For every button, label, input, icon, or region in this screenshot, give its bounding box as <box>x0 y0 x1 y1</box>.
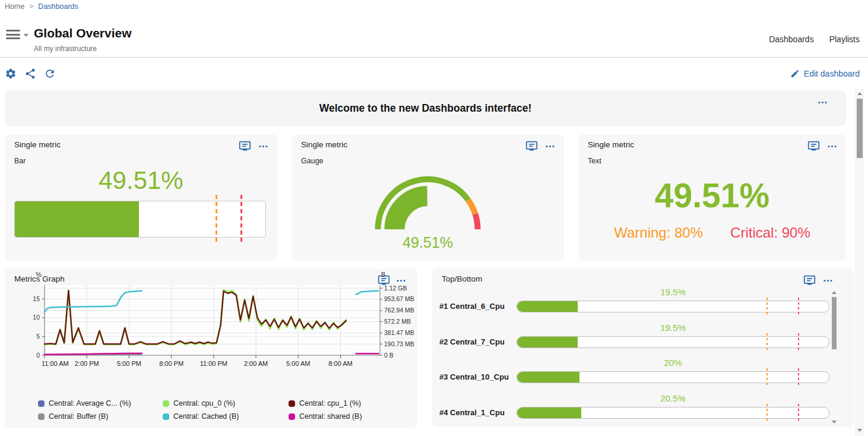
svg-text:%: % <box>36 271 42 278</box>
warning-threshold-label: Warning: 80% <box>614 225 703 241</box>
topbottom-value-label: 19.5% <box>517 287 829 297</box>
bar-value-label: 49.51% <box>5 166 277 195</box>
breadcrumb-dashboards-link[interactable]: Dashboards <box>38 2 78 11</box>
topbottom-row: 19.5%#1 Central_6_Cpu <box>432 286 854 322</box>
critical-threshold-line <box>798 404 799 422</box>
svg-text:1.12 GB: 1.12 GB <box>384 285 407 292</box>
svg-text:8:00 AM: 8:00 AM <box>328 360 352 367</box>
panel-title: Single metric <box>14 140 61 149</box>
legend-marker <box>38 400 45 407</box>
breadcrumb: Home > Dashboards <box>5 2 78 11</box>
legend-label: Central: shared (B) <box>299 412 362 421</box>
svg-text:2:00 PM: 2:00 PM <box>75 360 99 367</box>
display-icon[interactable] <box>239 140 251 152</box>
legend-item[interactable]: Central: shared (B) <box>289 412 411 421</box>
panel-scrollbar[interactable] <box>831 290 837 425</box>
welcome-banner-text: Welcome to the new Dashboards interface! <box>5 102 846 115</box>
legend-item[interactable]: Central: cpu_0 (%) <box>163 399 289 407</box>
header-divider <box>0 57 868 58</box>
topbottom-row-label: #2 Central_7_Cpu <box>439 337 505 346</box>
more-menu-icon[interactable] <box>258 141 269 152</box>
legend-item[interactable]: Central: Average C... (%) <box>38 399 163 407</box>
page-scrollbar[interactable] <box>855 89 864 436</box>
more-menu-icon[interactable] <box>544 141 556 152</box>
panel-subtitle: Text <box>588 157 601 165</box>
legend-label: Central: cpu_1 (%) <box>299 399 361 407</box>
topbottom-bar-track <box>517 301 829 312</box>
top-bottom-panel: Top/Bottom 19.5%#1 Central_6_Cpu19.5%#2 … <box>432 268 854 427</box>
topbottom-bar-fill <box>517 407 581 418</box>
svg-text:762.94 MB: 762.94 MB <box>384 307 414 314</box>
svg-text:10: 10 <box>33 314 40 321</box>
scrollbar-thumb[interactable] <box>832 297 837 349</box>
svg-text:953.67 MB: 953.67 MB <box>384 295 414 302</box>
legend-label: Central: Average C... (%) <box>49 399 131 407</box>
topbottom-value-label: 20.5% <box>517 393 829 403</box>
single-metric-gauge-panel: Single metric Gauge 49.51% <box>292 134 564 261</box>
display-icon[interactable] <box>525 140 538 152</box>
legend-label: Central: cpu_0 (%) <box>173 399 235 407</box>
scroll-up-arrow[interactable] <box>857 92 862 95</box>
more-menu-icon[interactable] <box>822 275 834 286</box>
scroll-up-arrow[interactable] <box>832 291 837 294</box>
hamburger-menu-icon[interactable] <box>6 30 20 39</box>
warning-threshold-line <box>216 195 217 245</box>
topbottom-bar-track <box>517 371 829 383</box>
metrics-graph-panel: Metrics Graph 0510150 B190.73 MB381.47 M… <box>5 268 417 428</box>
svg-text:15: 15 <box>33 295 40 302</box>
welcome-banner: Welcome to the new Dashboards interface! <box>5 90 846 126</box>
edit-dashboard-button[interactable]: Edit dashboard <box>790 69 860 78</box>
legend-marker <box>38 413 45 420</box>
svg-text:11:00 AM: 11:00 AM <box>42 360 69 367</box>
tab-dashboards[interactable]: Dashboards <box>769 34 814 44</box>
svg-text:2:00 AM: 2:00 AM <box>244 360 268 367</box>
more-menu-icon[interactable] <box>817 97 828 108</box>
panel-subtitle: Bar <box>14 157 26 165</box>
bar-track <box>14 201 266 238</box>
gauge-value-label: 49.51% <box>292 234 564 251</box>
pencil-icon <box>790 69 800 78</box>
svg-text:381.47 MB: 381.47 MB <box>384 329 414 336</box>
single-metric-bar-panel: Single metric Bar 49.51% <box>5 134 277 261</box>
scroll-down-arrow[interactable] <box>832 421 837 424</box>
scrollbar-thumb[interactable] <box>857 99 863 158</box>
metrics-line-chart: 0510150 B190.73 MB381.47 MB572.2 MB762.9… <box>5 268 417 398</box>
display-icon[interactable] <box>807 140 820 152</box>
settings-gear-icon[interactable] <box>5 68 17 80</box>
svg-text:5:00 PM: 5:00 PM <box>117 360 141 367</box>
chevron-down-icon[interactable] <box>24 34 28 37</box>
critical-threshold-line <box>798 298 799 315</box>
edit-dashboard-label: Edit dashboard <box>804 69 860 78</box>
legend-marker <box>289 413 295 420</box>
svg-text:190.73 MB: 190.73 MB <box>384 340 414 347</box>
page-title: Global Overview <box>34 26 132 40</box>
gauge-chart <box>292 170 564 232</box>
topbottom-bar-fill <box>517 337 578 347</box>
warning-threshold-line <box>766 368 768 386</box>
legend-marker <box>163 413 169 420</box>
panel-title: Single metric <box>588 140 634 149</box>
svg-text:572.2 MB: 572.2 MB <box>384 318 411 325</box>
legend-marker <box>289 400 295 407</box>
share-icon[interactable] <box>24 68 36 80</box>
more-menu-icon[interactable] <box>826 141 838 152</box>
legend-label: Central: Cached (B) <box>173 412 239 421</box>
legend-item[interactable]: Central: Buffer (B) <box>38 412 163 421</box>
topbottom-row: 20%#3 Central_10_Cpu <box>432 357 854 393</box>
refresh-icon[interactable] <box>44 68 56 80</box>
tab-playlists[interactable]: Playlists <box>829 34 860 44</box>
topbottom-value-label: 20% <box>517 358 829 368</box>
display-icon[interactable] <box>803 274 816 286</box>
svg-text:5:00 AM: 5:00 AM <box>286 360 310 367</box>
scroll-down-arrow[interactable] <box>857 429 862 432</box>
topbottom-row: 19.5%#2 Central_7_Cpu <box>432 322 854 358</box>
topbottom-row-label: #4 Central_1_Cpu <box>439 408 505 417</box>
breadcrumb-home-link[interactable]: Home <box>5 2 24 11</box>
legend-item[interactable]: Central: Cached (B) <box>163 412 289 421</box>
panel-title: Single metric <box>301 140 347 149</box>
warning-threshold-line <box>766 298 768 315</box>
svg-text:0 B: 0 B <box>384 352 394 359</box>
bar-fill <box>15 201 139 237</box>
legend-item[interactable]: Central: cpu_1 (%) <box>289 399 411 407</box>
svg-text:0: 0 <box>36 352 40 359</box>
